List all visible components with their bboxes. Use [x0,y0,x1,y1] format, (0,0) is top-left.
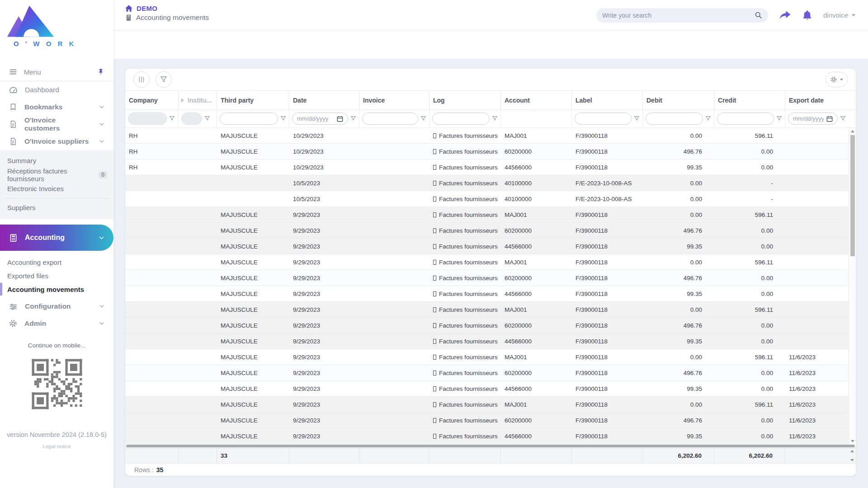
cell-institution [179,318,217,333]
grid-settings-button[interactable] [826,72,848,87]
sidebar-item-bookmarks[interactable]: Bookmarks [0,99,113,116]
breadcrumb-root[interactable]: DEMO [137,5,157,12]
table-row[interactable]: RHMAJUSCULE10/29/2023Factures fournisseu… [125,144,856,160]
table-row[interactable]: MAJUSCULE9/29/2023Factures fournisseurs6… [125,318,856,333]
filter-button[interactable] [156,71,172,88]
table-row[interactable]: MAJUSCULE9/29/2023Factures fournisseursM… [125,397,856,413]
sidebar-item-admin[interactable]: Admin [0,315,113,332]
table-row[interactable]: MAJUSCULE9/29/2023Factures fournisseurs6… [125,270,856,286]
column-header-export-date[interactable]: Export date [785,91,849,109]
share-icon[interactable] [779,10,791,20]
funnel-icon[interactable] [420,116,426,122]
total-third-party-count: 33 [217,448,289,463]
funnel-icon[interactable] [204,116,210,122]
submenu-item-summary[interactable]: Summary [0,154,113,168]
search-icon[interactable] [755,11,762,19]
column-header-debit[interactable]: Debit [643,91,714,109]
sidebar-item-oinvoice-suppliers[interactable]: O'Invoice suppliers [0,133,113,150]
sidebar-item-accounting-active[interactable]: Accounting [0,225,113,251]
table-row[interactable]: RHMAJUSCULE10/29/2023Factures fournisseu… [125,160,856,175]
user-menu[interactable]: dinvoice [823,11,856,19]
scroll-up-arrow[interactable] [849,128,856,134]
table-row[interactable]: MAJUSCULE9/29/2023Factures fournisseursM… [125,254,856,270]
cell-export-date [785,191,849,206]
cell-institution [179,286,217,301]
invoice-filter-input[interactable] [362,113,418,125]
column-header-label[interactable]: Label [572,91,643,109]
table-row[interactable]: MAJUSCULE9/29/2023Factures fournisseurs6… [125,413,856,428]
expand-group-icon[interactable] [180,98,185,103]
submenu-item-accounting-movements[interactable]: Accounting movements [0,282,113,296]
submenu-item-exported-files[interactable]: Exported files [0,269,113,282]
funnel-icon[interactable] [169,116,175,122]
table-row[interactable]: 10/5/2023Factures fournisseurs40100000F/… [125,175,856,191]
sidebar-item-oinvoice-customers[interactable]: O'Invoice customers [0,116,113,133]
column-header-date[interactable]: Date [289,91,359,109]
third-party-filter-input[interactable] [220,113,278,125]
column-header-log[interactable]: Log [429,91,501,109]
legal-notice-link[interactable]: Legal notice [0,444,113,449]
date-filter-input[interactable]: mm/dd/yyyy [292,113,348,125]
funnel-icon[interactable] [705,116,711,122]
table-row[interactable]: MAJUSCULE9/29/2023Factures fournisseurs4… [125,239,856,254]
cell-invoice [359,128,429,143]
cell-export-date: 11/6/2023 [785,365,849,380]
cell-invoice [359,254,429,270]
vertical-scrollbar[interactable] [849,128,856,444]
export-date-filter-input[interactable]: mm/dd/yyyy [788,113,838,125]
table-row[interactable]: 10/5/2023Factures fournisseurs40100000F/… [125,191,856,207]
cell-institution [179,270,217,286]
horizontal-scrollbar-thumb[interactable] [126,445,855,447]
column-header-account[interactable]: Account [501,91,572,109]
cell-third-party: MAJUSCULE [217,144,289,159]
table-row[interactable]: MAJUSCULE9/29/2023Factures fournisseurs6… [125,365,856,381]
total-institution [179,448,217,463]
column-header-credit[interactable]: Credit [714,91,785,109]
table-row[interactable]: MAJUSCULE9/29/2023Factures fournisseursM… [125,349,856,365]
totals-scrollbar[interactable] [849,448,856,463]
column-header-institution[interactable]: Institu... [179,91,217,109]
table-row[interactable]: MAJUSCULE9/29/2023Factures fournisseurs4… [125,428,856,444]
calendar-icon[interactable] [826,116,833,122]
funnel-icon[interactable] [350,116,356,122]
table-row[interactable]: RHMAJUSCULE10/29/2023Factures fournisseu… [125,128,856,144]
table-row[interactable]: MAJUSCULE9/29/2023Factures fournisseursM… [125,302,856,318]
submenu-item-electronic-invoices[interactable]: Electronic Invoices [0,182,113,196]
label-filter-input[interactable] [575,113,632,125]
filter-invoice [359,110,429,127]
cell-export-date [785,254,849,270]
cell-export-date [785,318,849,333]
column-header-company[interactable]: Company [125,91,179,109]
table-row[interactable]: MAJUSCULE9/29/2023Factures fournisseurs4… [125,286,856,302]
table-row[interactable]: MAJUSCULE9/29/2023Factures fournisseursM… [125,207,856,223]
funnel-icon[interactable] [776,116,782,122]
sidebar-item-configuration[interactable]: Configuration [0,298,113,315]
cell-account: 44566000 [501,381,572,396]
sidebar-item-dashboard[interactable]: Dashboard [0,81,113,99]
funnel-icon[interactable] [634,116,640,122]
submenu-item-suppliers[interactable]: Suppliers [0,201,113,215]
debit-filter-input[interactable] [646,113,703,125]
scroll-down-arrow[interactable] [849,438,856,444]
table-row[interactable]: MAJUSCULE9/29/2023Factures fournisseurs4… [125,333,856,349]
calendar-icon[interactable] [337,116,343,122]
columns-button[interactable] [133,71,150,88]
funnel-icon[interactable] [840,116,846,122]
submenu-item-receptions[interactable]: Réceptions factures fournisseurs 0 [0,168,113,182]
search-input[interactable] [602,12,755,19]
bell-icon[interactable] [802,10,812,21]
log-filter-input[interactable] [432,113,490,125]
funnel-icon[interactable] [280,116,286,122]
submenu-item-accounting-export[interactable]: Accounting export [0,255,113,269]
table-row[interactable]: MAJUSCULE9/29/2023Factures fournisseurs4… [125,381,856,397]
pin-sidebar-icon[interactable] [97,68,104,75]
credit-filter-input[interactable] [717,113,774,125]
column-header-invoice[interactable]: Invoice [359,91,429,109]
column-header-third-party[interactable]: Third party [217,91,289,109]
vertical-scrollbar-thumb[interactable] [850,135,855,256]
home-icon[interactable] [125,5,132,12]
table-row[interactable]: MAJUSCULE9/29/2023Factures fournisseurs6… [125,223,856,239]
funnel-icon[interactable] [492,116,498,122]
menu-toggle[interactable]: Menu [0,63,113,81]
horizontal-scrollbar[interactable] [125,444,856,448]
